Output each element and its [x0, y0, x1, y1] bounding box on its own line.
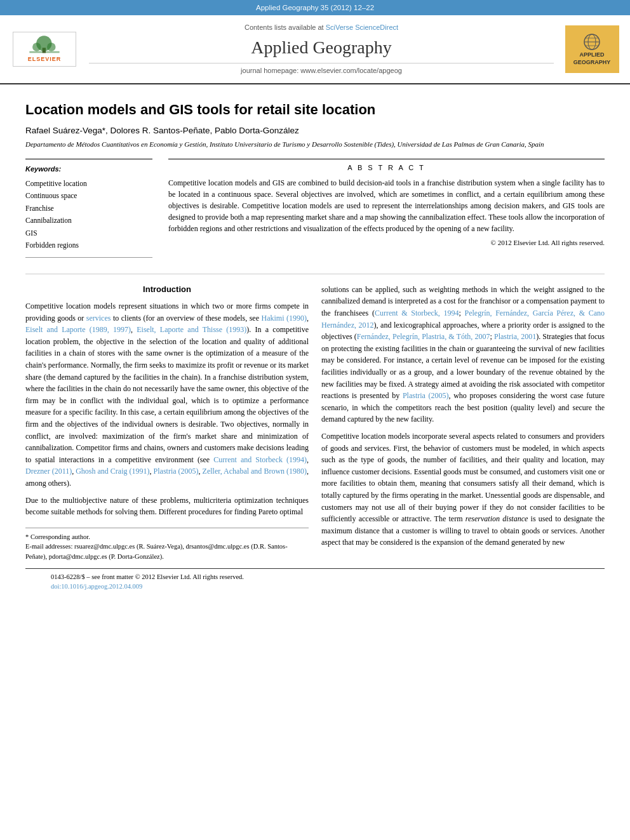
intro-paragraph-2: Due to the multiobjective nature of thes…: [25, 495, 309, 518]
doi-link[interactable]: doi:10.1016/j.apgeog.2012.04.009: [51, 583, 142, 590]
applied-geography-badge: Applied Geography: [565, 25, 619, 73]
footer-doi: doi:10.1016/j.apgeog.2012.04.009: [51, 582, 579, 592]
header-center: Contents lists available at SciVerse Sci…: [89, 20, 554, 78]
journal-homepage: journal homepage: www.elsevier.com/locat…: [89, 63, 554, 76]
sciverse-link[interactable]: SciVerse ScienceDirect: [326, 23, 398, 31]
badge-globe-icon: [579, 32, 605, 51]
email-addresses: E-mail addresses: rsuarez@dmc.ulpgc.es (…: [25, 542, 309, 562]
article-title: Location models and GIS tools for retail…: [25, 100, 605, 120]
article-affiliation: Departamento de Métodos Cuantitativos en…: [25, 140, 605, 149]
elsevier-brand-text: ELSEVIER: [28, 55, 62, 63]
intro-paragraph-1: Competitive location models represent si…: [25, 300, 309, 490]
right-paragraph-1: solutions can be applied, such as weight…: [321, 284, 605, 425]
abstract-column: A B S T R A C T Competitive location mod…: [168, 159, 605, 264]
keyword-1: Competitive location: [25, 178, 152, 190]
main-content: Location models and GIS tools for retail…: [0, 84, 630, 604]
footer-bar: 0143-6228/$ – see front matter © 2012 El…: [25, 568, 605, 595]
keywords-label: Keywords:: [25, 164, 152, 174]
elsevier-logo: ELSEVIER: [13, 32, 76, 67]
right-paragraph-2: Competitive location models incorporate …: [321, 430, 605, 549]
introduction-title: Introduction: [25, 284, 309, 295]
contents-available-text: Contents lists available at: [245, 23, 326, 31]
keywords-list: Competitive location Continuous space Fr…: [25, 178, 152, 252]
body-left-column: Introduction Competitive location models…: [25, 284, 309, 562]
copyright-text: © 2012 Elsevier Ltd. All rights reserved…: [168, 238, 605, 248]
abstract-box: A B S T R A C T Competitive location mod…: [168, 159, 605, 248]
contents-line: Contents lists available at SciVerse Sci…: [89, 23, 554, 32]
journal-title: Applied Geography: [89, 35, 554, 60]
body-two-col: Introduction Competitive location models…: [25, 284, 605, 562]
keyword-5: GIS: [25, 227, 152, 240]
keyword-2: Continuous space: [25, 190, 152, 203]
corresponding-author-note: * Corresponding author.: [25, 532, 309, 542]
footnote-section: * Corresponding author. E-mail addresses…: [25, 528, 309, 562]
keyword-3: Franchise: [25, 203, 152, 215]
badge-text: Applied Geography: [569, 51, 615, 66]
keyword-4: Cannibalization: [25, 215, 152, 227]
keywords-column: Keywords: Competitive location Continuou…: [25, 159, 152, 264]
elsevier-logo-container: ELSEVIER: [6, 20, 83, 78]
journal-citation-bar: Applied Geography 35 (2012) 12–22: [0, 0, 630, 15]
keyword-6: Forbidden regions: [25, 239, 152, 252]
abstract-label: A B S T R A C T: [168, 163, 605, 173]
keywords-box: Keywords: Competitive location Continuou…: [25, 159, 152, 258]
elsevier-tree-icon: [25, 35, 64, 54]
svg-point-3: [47, 43, 56, 51]
footer-issn: 0143-6228/$ – see front matter © 2012 El…: [51, 573, 579, 582]
svg-rect-4: [29, 51, 59, 53]
section-divider: [25, 274, 605, 274]
article-authors: Rafael Suárez-Vega*, Dolores R. Santos-P…: [25, 125, 605, 137]
keywords-abstract-section: Keywords: Competitive location Continuou…: [25, 159, 605, 264]
journal-citation-text: Applied Geography 35 (2012) 12–22: [256, 4, 374, 11]
email-label: E-mail addresses:: [25, 543, 72, 550]
svg-point-2: [32, 43, 41, 51]
body-right-column: solutions can be applied, such as weight…: [321, 284, 605, 562]
abstract-text: Competitive location models and GIS are …: [168, 177, 605, 234]
journal-header: ELSEVIER Contents lists available at Sci…: [0, 15, 630, 84]
journal-badge-container: Applied Geography: [560, 20, 624, 78]
